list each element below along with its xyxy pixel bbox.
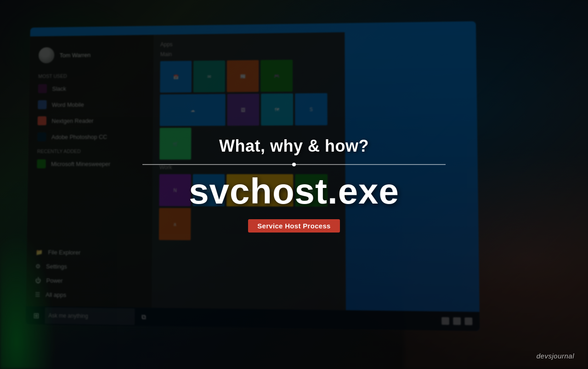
- content-overlay: What, why & how? svchost.exe Service Hos…: [0, 0, 588, 369]
- brand-label: devsjournal: [537, 352, 574, 360]
- divider-dot: [292, 163, 296, 166]
- service-host-badge: Service Host Process: [248, 219, 339, 233]
- divider-line: [142, 164, 446, 165]
- article-subtitle: What, why & how?: [219, 136, 369, 156]
- article-title: svchost.exe: [189, 173, 399, 209]
